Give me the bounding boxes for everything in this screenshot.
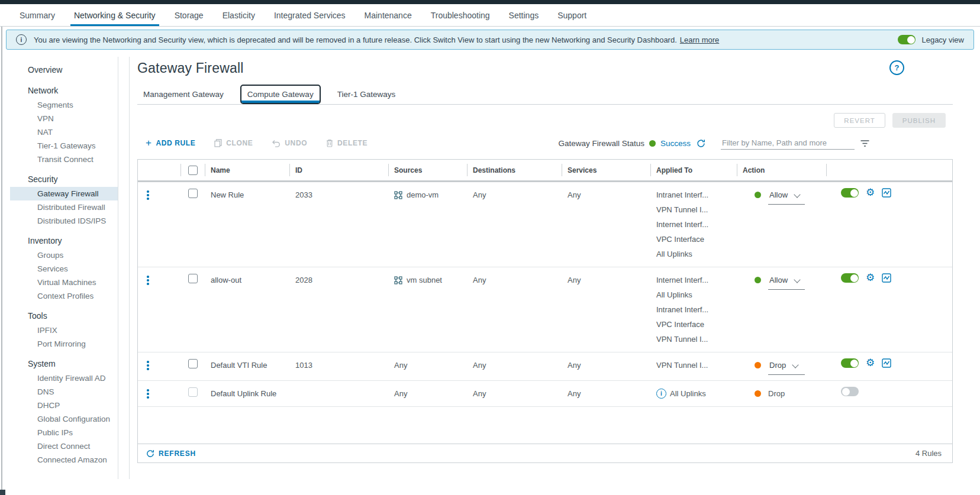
rule-row-default-uplink-rule: Default Uplink Rule Any Any Any iAll Upl… [138,381,952,407]
group-icon [394,276,402,284]
help-icon[interactable]: ? [889,60,904,75]
status-success-dot [649,140,656,147]
sidebar-item-identity-firewall-ad[interactable]: Identity Firewall AD [10,371,118,385]
tab-compute-gateway[interactable]: Compute Gateway [240,85,321,104]
sidebar-item-distributed-firewall[interactable]: Distributed Firewall [10,200,118,214]
row-menu-kebab-icon[interactable] [147,361,150,370]
tab-management-gateway[interactable]: Management Gateway [137,85,230,104]
col-name: Name [205,160,289,180]
rule-enabled-toggle[interactable] [841,387,859,396]
info-icon[interactable]: i [656,389,666,399]
rule-stats-icon[interactable] [882,273,891,283]
sidebar-item-gateway-firewall[interactable]: Gateway Firewall [10,187,118,200]
row-checkbox[interactable] [188,359,198,368]
rule-services: Any [562,352,650,380]
toggle-knob [850,189,858,197]
rule-sources[interactable]: demo-vm [388,182,467,267]
sidebar-item-port-mirroring[interactable]: Port Mirroring [10,337,118,351]
filter-icon[interactable] [860,139,870,148]
nav-tab-troubleshooting[interactable]: Troubleshooting [421,4,499,26]
revert-button[interactable]: REVERT [834,113,885,128]
nav-tab-integrated-services[interactable]: Integrated Services [265,4,355,26]
nav-tab-support[interactable]: Support [548,4,596,26]
row-checkbox[interactable] [188,274,198,283]
rule-settings-gear-icon[interactable]: ⚙ [866,358,875,368]
deprecation-banner: i You are viewing the Networking and Sec… [6,30,974,50]
row-menu-kebab-icon[interactable] [147,389,150,399]
undo-button[interactable]: UNDO [272,139,307,147]
rule-enabled-toggle[interactable] [841,358,859,368]
rule-stats-icon[interactable] [882,188,891,198]
sidebar-item-transit-connect[interactable]: Transit Connect [10,153,118,166]
row-checkbox[interactable] [188,189,198,198]
nav-tab-maintenance[interactable]: Maintenance [355,4,421,26]
applied-to-item: VPN Tunnel I... [656,358,732,373]
nav-tab-summary[interactable]: Summary [10,4,65,26]
sidebar-item-nat[interactable]: NAT [10,125,118,139]
sidebar-item-vpn[interactable]: VPN [10,112,118,125]
sidebar-item-direct-connect[interactable]: Direct Connect [10,439,118,453]
table-footer: REFRESH 4 Rules [138,444,952,462]
row-checkbox[interactable] [188,387,198,397]
rule-action: Drop [737,381,826,406]
rule-sources[interactable]: vm subnet [388,267,467,352]
sidebar-scrollbar[interactable] [118,57,130,479]
sidebar-item-distributed-ids-ips[interactable]: Distributed IDS/IPS [10,214,118,228]
filter-group [721,137,870,150]
nav-tab-networking-security[interactable]: Networking & Security [65,4,165,26]
select-all-checkbox[interactable] [188,166,198,175]
toggle-knob [850,360,858,367]
rule-stats-icon[interactable] [882,358,891,368]
row-cell-checkbox [180,182,205,267]
sidebar-item-segments[interactable]: Segments [10,98,118,112]
rule-sources: Any [388,381,467,406]
rule-name: Default VTI Rule [205,352,289,380]
chevron-down-icon [792,361,799,368]
sidebar-item-context-profiles[interactable]: Context Profiles [10,289,118,303]
sidebar-section-inventory: InventoryGroupsServicesVirtual MachinesC… [10,234,118,303]
sidebar-item-ipfix[interactable]: IPFIX [10,323,118,337]
nav-tab-storage[interactable]: Storage [165,4,213,26]
sidebar-item-tier-1-gateways[interactable]: Tier-1 Gateways [10,139,118,153]
rule-controls [826,381,952,406]
rule-services: Any [562,381,650,406]
sidebar-item-overview[interactable]: Overview [10,63,118,77]
action-label: Allow [769,187,788,202]
sidebar-item-connected-amazon[interactable]: Connected Amazon [10,453,118,467]
sidebar-item-public-ips[interactable]: Public IPs [10,426,118,439]
gateway-tabs: Management GatewayCompute GatewayTier-1 … [137,85,953,105]
legacy-view-toggle[interactable] [898,35,915,44]
applied-to-item: Intranet Interf... [656,187,732,202]
delete-label: DELETE [337,139,368,147]
sidebar-item-global-configuration[interactable]: Global Configuration [10,412,118,426]
action-dropdown[interactable]: Drop [768,358,805,375]
filter-input[interactable] [721,137,855,150]
publish-button[interactable]: PUBLISH [892,113,946,128]
nav-tab-elasticity[interactable]: Elasticity [213,4,265,26]
sidebar-item-dhcp[interactable]: DHCP [10,399,118,412]
rule-settings-gear-icon[interactable]: ⚙ [866,273,875,283]
row-menu-kebab-icon[interactable] [147,276,150,285]
action-dropdown[interactable]: Allow [768,273,805,290]
sidebar-item-groups[interactable]: Groups [10,248,118,262]
status-refresh-icon[interactable] [697,139,705,148]
row-cell-checkbox [180,352,205,380]
learn-more-link[interactable]: Learn more [680,35,719,44]
sidebar-item-virtual-machines[interactable]: Virtual Machines [10,276,118,289]
sidebar-item-dns[interactable]: DNS [10,385,118,399]
row-menu-kebab-icon[interactable] [147,190,150,200]
action-status-dot [755,362,761,368]
delete-button[interactable]: DELETE [326,139,368,147]
action-dropdown[interactable]: Allow [768,187,805,205]
refresh-button[interactable]: REFRESH [146,449,196,458]
rule-enabled-toggle[interactable] [841,273,859,283]
rule-enabled-toggle[interactable] [841,188,859,198]
action-status-dot [755,390,761,397]
add-rule-button[interactable]: + ADD RULE [146,139,195,147]
rule-settings-gear-icon[interactable]: ⚙ [866,188,875,198]
sidebar-item-services[interactable]: Services [10,262,118,276]
nav-tab-settings[interactable]: Settings [499,4,549,26]
rule-row-default-vti-rule: Default VTI Rule 1013 Any Any Any VPN Tu… [138,352,952,381]
clone-button[interactable]: CLONE [214,139,253,147]
tab-tier-1-gateways[interactable]: Tier-1 Gateways [331,85,402,104]
